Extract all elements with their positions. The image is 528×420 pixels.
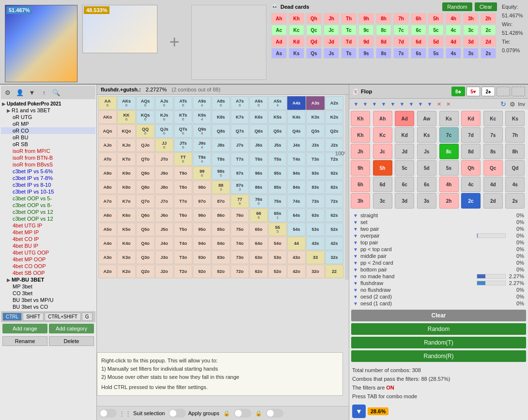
card-4s[interactable]: 4s (446, 48, 461, 59)
flop-hand-4s[interactable]: 4s (505, 177, 525, 192)
sidebar-item-c3bet-ip810[interactable]: c3bet IP vs 8-10 (1, 181, 95, 188)
hand-matrix-cell[interactable]: J5s (268, 138, 287, 152)
hand-matrix-cell[interactable]: 95s (268, 166, 287, 180)
hand-matrix-cell[interactable]: K5o (117, 223, 136, 236)
hand-matrix-cell[interactable]: K7o (117, 195, 136, 208)
card-Qd[interactable]: Qd (306, 36, 322, 47)
stat-row[interactable]: ▼no made hand2.27% (352, 273, 525, 280)
hand-matrix-cell[interactable]: 53o (268, 251, 287, 264)
hand-matrix-cell[interactable]: 73s (306, 195, 325, 208)
sidebar-item-4bet-sb-oop[interactable]: 4bet SB OOP (1, 270, 95, 276)
hand-matrix-cell[interactable]: 64s (287, 209, 306, 222)
stat-row[interactable]: ▼overpair0% (352, 232, 525, 239)
sidebar-item-isor-btn[interactable]: isoR from BTN-B (1, 154, 95, 161)
flop-hand-Ad[interactable]: Ad (395, 111, 414, 126)
hand-matrix-cell[interactable]: 65s1 (268, 209, 287, 222)
card-6c[interactable]: 6c (411, 25, 426, 35)
hand-matrix-cell[interactable]: KTs6 (174, 110, 192, 124)
scroll-bar[interactable] (345, 95, 349, 280)
hand-matrix-cell[interactable]: A8s6 (212, 96, 230, 110)
hand-matrix-cell[interactable]: 62o (249, 265, 268, 278)
hand-matrix-cell[interactable]: 83s (306, 180, 325, 194)
toggle-2[interactable] (234, 409, 251, 418)
hand-matrix-cell[interactable]: A9s4 (193, 96, 211, 110)
filter-icon-badge[interactable]: ▼ (352, 405, 366, 418)
sidebar-item-mpbu3bet[interactable]: ▶ MP-BU 3BET (1, 276, 95, 283)
hand-matrix-cell[interactable]: QQ6 (136, 124, 155, 138)
hand-matrix-cell[interactable]: A3o (98, 251, 117, 264)
hand-matrix-cell[interactable]: T3o (174, 251, 192, 264)
flop-hand-ks3[interactable]: Ks (417, 127, 436, 143)
flop-hand-Ks2[interactable]: Ks (505, 111, 525, 126)
hand-matrix-cell[interactable]: 75s (268, 195, 287, 208)
random-button-main[interactable]: Random (351, 323, 526, 335)
flop-hand-6c[interactable]: 6c (395, 177, 414, 192)
hand-matrix-cell[interactable]: A9o (98, 166, 117, 180)
hand-matrix-cell[interactable]: Q5s (268, 124, 287, 138)
hand-matrix-cell[interactable]: A7s6 (231, 96, 249, 110)
flop-hand-7h[interactable]: 7h (505, 127, 525, 143)
hand-matrix-cell[interactable]: A4o (98, 237, 117, 250)
funnel-icon-9[interactable]: ▼ (426, 100, 434, 108)
flop-hand-Ah[interactable]: Ah (373, 111, 392, 126)
hand-matrix-cell[interactable]: K9s4 (193, 110, 211, 124)
card-9d[interactable]: 9d (358, 36, 374, 47)
hand-matrix-cell[interactable]: 72o (231, 265, 249, 278)
card-Td[interactable]: Td (341, 36, 357, 47)
sidebar-item-c3bet-ip56[interactable]: c3bet IP vs 5-6% (1, 168, 95, 175)
hand-matrix-cell[interactable]: J8o (155, 180, 173, 194)
hand-matrix-cell[interactable]: QTo (136, 152, 155, 166)
card-3c[interactable]: 3c (463, 25, 479, 35)
flop-hand-2c[interactable]: 2c (461, 193, 481, 209)
hand-matrix-cell[interactable]: Q6s (249, 124, 268, 138)
hand-matrix-cell[interactable]: 94s (287, 166, 306, 180)
card-4c[interactable]: 4c (446, 25, 461, 35)
hand-matrix-cell[interactable]: 93o (193, 251, 211, 264)
stat-row[interactable]: ▼two pair0% (352, 225, 525, 232)
flop-hand-8d[interactable]: 8d (461, 144, 481, 159)
flop-hand-Js[interactable]: Js (417, 144, 436, 159)
hand-matrix-cell[interactable]: A6o (98, 209, 117, 222)
card-5h[interactable]: 5h (428, 13, 444, 24)
stat-row[interactable]: ▼top pair0% (352, 239, 525, 246)
hand-matrix-cell[interactable]: J3o (155, 251, 173, 264)
card-Jh[interactable]: Jh (324, 13, 339, 24)
sidebar-item-4bet-mp-oop[interactable]: 4bet MP OOP (1, 256, 95, 263)
rename-button[interactable]: Rename (2, 336, 47, 346)
funnel-icon-6[interactable]: ▼ (398, 100, 406, 108)
hand-matrix-cell[interactable]: 86o (212, 209, 230, 222)
card-3d[interactable]: 3d (463, 36, 479, 47)
card-Tc[interactable]: Tc (341, 25, 357, 35)
hand-matrix-cell[interactable]: T6o (174, 209, 192, 222)
flop-hand-6h[interactable]: 6h (351, 177, 370, 192)
hand-matrix-cell[interactable]: KK6 (117, 110, 136, 124)
hand-matrix-cell[interactable]: A3s (306, 96, 325, 110)
hand-matrix-cell[interactable]: 76o (231, 209, 249, 222)
card-Ah[interactable]: Ah (271, 13, 287, 24)
flop-hand-8c[interactable]: 8c (439, 144, 459, 159)
hand-matrix-cell[interactable]: ATo (98, 152, 117, 166)
hand-matrix-cell[interactable]: K7s (231, 110, 249, 124)
flop-hand-kh2[interactable]: Kh (351, 127, 370, 143)
hand-matrix-cell[interactable]: 75o (231, 223, 249, 236)
random-t-button[interactable]: Random(T) (351, 337, 526, 348)
flop-hand-Kh[interactable]: Kh (351, 111, 370, 126)
funnel-icon-3[interactable]: ▼ (371, 100, 378, 108)
hand-matrix-cell[interactable]: K6s (249, 110, 268, 124)
hand-matrix-cell[interactable]: TT6 (174, 152, 192, 166)
hand-matrix-cell[interactable]: T8s (212, 152, 230, 166)
hand-matrix-cell[interactable]: A2s (325, 96, 343, 110)
card-Qc[interactable]: Qc (306, 25, 322, 35)
sidebar-item-c3bet-ip1015[interactable]: c3bet IP vs 10-15 (1, 188, 95, 195)
sidebar-item-4bet-mp-ip[interactable]: 4bet MP IP (1, 229, 95, 236)
card-Ks[interactable]: Ks (289, 48, 304, 59)
hand-matrix-cell[interactable]: Q3o (136, 251, 155, 264)
flop-hand-Jh[interactable]: Jh (351, 144, 370, 159)
card-4d[interactable]: 4d (446, 36, 461, 47)
suit-selection-toggle[interactable]: ⋮⋮ Suit selection (99, 409, 165, 418)
hand-matrix-cell[interactable]: T2o (174, 265, 192, 278)
hand-matrix-cell[interactable]: 52o (268, 265, 287, 278)
stat-row[interactable]: ▼pp < 2nd card0% (352, 259, 525, 266)
flop-hand-2h[interactable]: 2h (439, 193, 459, 209)
hand-matrix-cell[interactable]: J9s4 (193, 138, 211, 152)
